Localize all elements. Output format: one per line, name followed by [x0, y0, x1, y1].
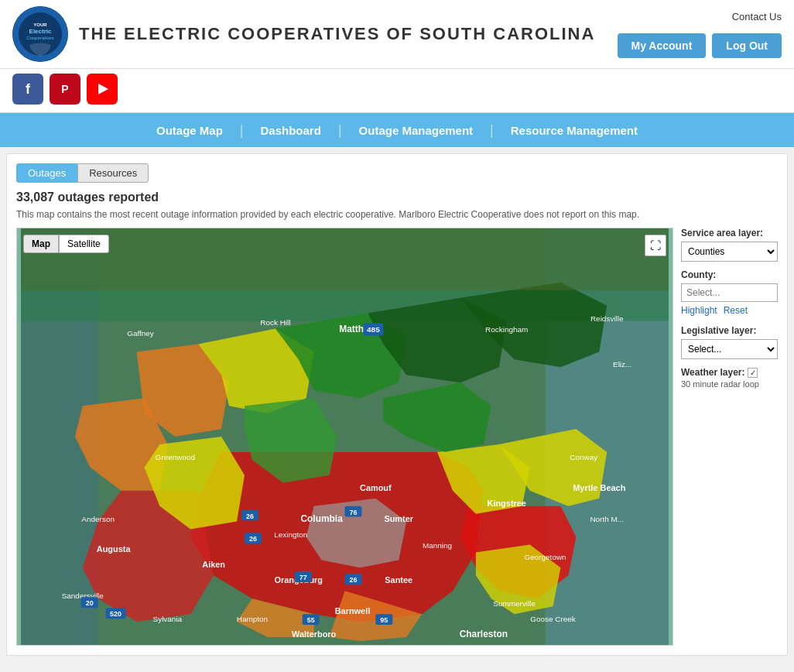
- header-buttons: My Account Log Out: [618, 33, 782, 58]
- svg-text:77: 77: [299, 574, 307, 581]
- svg-text:Conway: Conway: [570, 453, 597, 461]
- svg-text:Kingstree: Kingstree: [487, 499, 525, 508]
- header-right: Contact Us My Account Log Out: [618, 11, 782, 58]
- svg-text:Georgetown: Georgetown: [524, 553, 566, 561]
- svg-text:Anderson: Anderson: [81, 515, 115, 523]
- legislative-label: Legislative layer:: [681, 325, 778, 336]
- svg-text:Summerville: Summerville: [493, 599, 536, 608]
- svg-text:Augusta: Augusta: [97, 544, 132, 554]
- service-area-select[interactable]: Counties Districts Cooperatives: [681, 242, 778, 262]
- tab-resources[interactable]: Resources: [77, 163, 149, 183]
- header: YOUR Electric Cooperatives THE ELECTRIC …: [0, 0, 794, 69]
- satellite-button[interactable]: Satellite: [59, 235, 109, 253]
- svg-text:Manning: Manning: [423, 541, 452, 550]
- svg-text:Rockingham: Rockingham: [485, 326, 528, 334]
- svg-text:Sylvania: Sylvania: [153, 615, 183, 623]
- svg-text:Charleston: Charleston: [460, 629, 508, 639]
- map-expand-button[interactable]: ⛶: [645, 235, 666, 256]
- svg-text:Goose Creek: Goose Creek: [530, 615, 576, 623]
- legislative-select[interactable]: Select... Senate House: [681, 339, 778, 359]
- nav-dashboard[interactable]: Dashboard: [244, 113, 338, 147]
- svg-text:Aiken: Aiken: [202, 560, 225, 569]
- svg-text:P: P: [61, 83, 68, 95]
- logout-button[interactable]: Log Out: [712, 33, 782, 58]
- svg-text:20: 20: [86, 599, 94, 607]
- county-input[interactable]: [681, 283, 778, 302]
- svg-text:Reidsville: Reidsville: [590, 314, 624, 323]
- header-left: YOUR Electric Cooperatives THE ELECTRIC …: [12, 6, 595, 62]
- svg-text:Eliz...: Eliz...: [613, 360, 631, 369]
- nav-outage-management[interactable]: Outage Management: [342, 113, 491, 147]
- svg-text:Myrtle Beach: Myrtle Beach: [573, 483, 625, 492]
- svg-text:Greenwood: Greenwood: [156, 453, 195, 461]
- svg-text:Electric: Electric: [29, 28, 52, 35]
- weather-row: Weather layer:: [681, 367, 778, 378]
- svg-text:Walterboro: Walterboro: [292, 629, 337, 639]
- svg-text:95: 95: [380, 616, 388, 624]
- svg-text:Sumter: Sumter: [384, 514, 413, 523]
- service-area-label: Service area layer:: [681, 228, 778, 238]
- svg-text:North M...: North M...: [590, 515, 624, 523]
- reset-link[interactable]: Reset: [724, 305, 748, 316]
- nav-bar: Outage Map | Dashboard | Outage Manageme…: [0, 113, 794, 147]
- pinterest-svg: P: [56, 81, 74, 98]
- youtube-svg: [87, 78, 118, 100]
- map-area[interactable]: Map Satellite ⛶: [16, 228, 673, 646]
- svg-text:Hampton: Hampton: [237, 615, 268, 623]
- youtube-icon[interactable]: [87, 74, 118, 105]
- tab-outages[interactable]: Outages: [16, 163, 77, 183]
- svg-text:Columbia: Columbia: [300, 513, 343, 524]
- svg-text:Barnwell: Barnwell: [335, 606, 371, 615]
- pinterest-icon[interactable]: P: [50, 74, 80, 105]
- map-button[interactable]: Map: [23, 235, 59, 253]
- content-area: Outages Resources 33,087 outages reporte…: [6, 153, 788, 656]
- county-label: County:: [681, 269, 778, 280]
- nav-outage-map[interactable]: Outage Map: [139, 113, 240, 147]
- svg-text:Cooperatives: Cooperatives: [26, 36, 53, 40]
- svg-text:Gaffney: Gaffney: [127, 329, 154, 338]
- tabs-bar: Outages Resources: [16, 163, 778, 183]
- nav-resource-management[interactable]: Resource Management: [494, 113, 655, 147]
- org-title: THE ELECTRIC COOPERATIVES OF SOUTH CAROL…: [79, 24, 595, 44]
- svg-text:26: 26: [249, 535, 257, 543]
- logo: YOUR Electric Cooperatives: [12, 6, 68, 62]
- map-wrapper: Map Satellite ⛶: [16, 228, 778, 646]
- outage-desc: This map contains the most recent outage…: [16, 209, 778, 220]
- my-account-button[interactable]: My Account: [618, 33, 707, 58]
- map-controls: Map Satellite: [23, 235, 109, 253]
- svg-text:26: 26: [246, 513, 254, 520]
- svg-text:Camouf: Camouf: [360, 483, 392, 492]
- contact-link[interactable]: Contact Us: [732, 11, 782, 22]
- svg-text:520: 520: [110, 610, 121, 618]
- svg-text:485: 485: [367, 326, 380, 334]
- weather-sublabel: 30 minute radar loop: [681, 379, 778, 389]
- panel-links: Highlight Reset: [681, 305, 778, 316]
- svg-text:Rock Hill: Rock Hill: [260, 318, 290, 327]
- weather-label: Weather layer:: [681, 367, 744, 378]
- svg-text:76: 76: [349, 509, 357, 516]
- highlight-link[interactable]: Highlight: [681, 305, 717, 316]
- svg-text:55: 55: [307, 616, 315, 624]
- svg-text:Santee: Santee: [385, 575, 412, 585]
- svg-text:Lexington: Lexington: [274, 530, 307, 539]
- social-bar: f P: [0, 69, 794, 113]
- facebook-icon[interactable]: f: [12, 74, 43, 105]
- weather-checkbox[interactable]: [748, 368, 758, 378]
- svg-text:YOUR: YOUR: [33, 22, 47, 27]
- outage-count: 33,087 outages reported: [16, 190, 778, 204]
- map-svg: Augusta Columbia Lexington Sumter Mannin…: [17, 228, 673, 645]
- side-panel: Service area layer: Counties Districts C…: [681, 228, 778, 646]
- svg-rect-13: [21, 228, 669, 290]
- svg-text:26: 26: [349, 576, 357, 584]
- logo-icon: YOUR Electric Cooperatives: [12, 6, 68, 62]
